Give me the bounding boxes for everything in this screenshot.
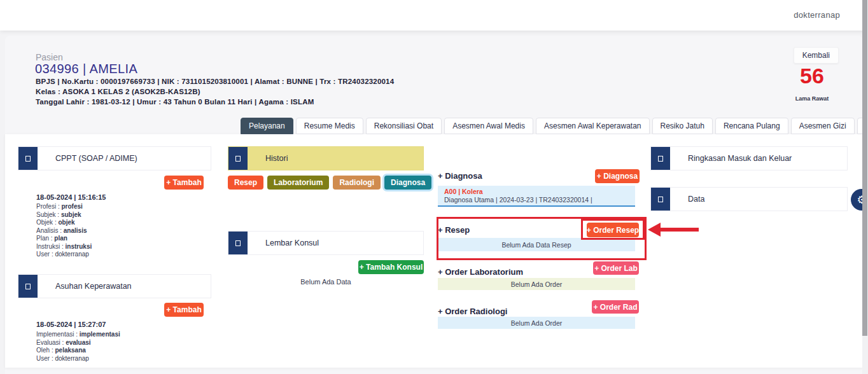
asuhan-card-title: Asuhan Keperawatan [38, 275, 132, 298]
asuhan-field: Evaluasievaluasi [36, 339, 91, 346]
resep-empty-text: Belum Ada Data Resep [438, 238, 635, 251]
asuhan-field: Olehpelaksana [36, 347, 86, 354]
order-resep-button[interactable]: + Order Resep [587, 223, 639, 237]
asuhan-field: Userdokterranap [36, 355, 89, 362]
histori-button-row: Resep Laboratorium Radiologi Diagnosa [228, 176, 431, 190]
asuhan-field: Implementasiimplementasi [36, 331, 120, 338]
histori-diagnosa-button[interactable]: Diagnosa [384, 176, 431, 190]
cppt-field: Analisisanalisis [36, 227, 87, 234]
cppt-add-button[interactable]: + Tambah [164, 176, 204, 190]
patient-info-line-2: Kelas : ASOKA 1 KELAS 2 (ASOK2B-KAS12B) [36, 88, 200, 95]
top-bar: dokterranap [0, 0, 868, 31]
length-of-stay-value: 56 [793, 64, 831, 88]
data-card[interactable]: Data [650, 187, 848, 211]
main-panel: CPPT (SOAP / ADIME) + Tambah 18-05-2024 … [5, 134, 863, 368]
patient-section-label: Pasien [36, 52, 63, 62]
cppt-field: Userdokterranap [36, 251, 89, 258]
patient-info-line-1: BPJS | No.Kartu : 0000197669733 | NIK : … [36, 78, 394, 85]
logged-in-user-label[interactable]: dokterranap [794, 10, 840, 20]
asuhan-keperawatan-card[interactable]: Asuhan Keperawatan [18, 274, 211, 298]
histori-radiologi-button[interactable]: Radiologi [333, 176, 381, 190]
patient-info-line-3: Tanggal Lahir : 1981-03-12 | Umur : 43 T… [36, 98, 314, 106]
histori-card[interactable]: Histori [228, 146, 424, 170]
lembar-konsul-card[interactable]: Lembar Konsul [228, 231, 424, 255]
order-rad-button[interactable]: + Order Rad [592, 300, 639, 314]
cppt-field: Subjeksubjek [36, 211, 81, 218]
cppt-card-title: CPPT (SOAP / ADIME) [38, 147, 137, 170]
scrollbar-track[interactable] [862, 0, 868, 374]
tab-asesmen-awal-medis[interactable]: Asesmen Awal Medis [444, 118, 533, 134]
patient-name: 034996 | AMELIA [35, 62, 137, 76]
cppt-field: Instruksiinstruksi [36, 243, 92, 250]
cppt-card[interactable]: CPPT (SOAP / ADIME) [18, 146, 211, 170]
annotation-arrow-shaft [659, 228, 699, 232]
konsul-add-button[interactable]: + Tambah Konsul [358, 260, 424, 274]
data-card-title: Data [670, 188, 704, 211]
ringkasan-card-title: Ringkasan Masuk dan Keluar [670, 147, 792, 170]
diagnosa-heading[interactable]: + Diagnosa [438, 171, 482, 181]
tab-resume-medis[interactable]: Resume Medis [296, 118, 363, 134]
back-button[interactable]: Kembali [794, 47, 839, 64]
konsul-empty-text: Belum Ada Data [228, 278, 424, 286]
histori-card-title: Histori [248, 147, 288, 170]
diagnosa-add-button[interactable]: + Diagnosa [595, 169, 640, 183]
ringkasan-card[interactable]: Ringkasan Masuk dan Keluar [650, 146, 848, 170]
square-icon [18, 275, 38, 298]
square-icon [228, 232, 248, 254]
konsul-card-title: Lembar Konsul [248, 232, 319, 254]
order-rad-heading[interactable]: + Order Radiologi [438, 307, 507, 316]
length-of-stay-label: Lama Rawat [789, 95, 835, 102]
tab-pelayanan[interactable]: Pelayanan [241, 118, 293, 134]
square-icon [651, 188, 670, 211]
order-lab-button[interactable]: + Order Lab [593, 261, 639, 275]
tab-rencana-pulang[interactable]: Rencana Pulang [715, 118, 788, 134]
order-rad-empty-text: Belum Ada Order [438, 317, 635, 329]
order-lab-empty-text: Belum Ada Order [438, 278, 635, 290]
tab-rekonsiliasi-obat[interactable]: Rekonsiliasi Obat [366, 118, 442, 134]
asuhan-entry-datetime: 18-05-2024 | 15:27:07 [36, 321, 106, 328]
cppt-field: Profesiprofesi [36, 203, 83, 210]
histori-resep-button[interactable]: Resep [228, 176, 263, 190]
histori-laboratorium-button[interactable]: Laboratorium [267, 176, 329, 190]
diagnosa-entry-title: A00 | Kolera [444, 188, 629, 195]
resep-heading[interactable]: + Resep [438, 225, 470, 235]
tab-asesmen-gizi[interactable]: Asesmen Gizi [791, 118, 855, 134]
cppt-field: Objekobjek [36, 219, 75, 226]
square-icon [18, 147, 38, 170]
cppt-entry-datetime: 18-05-2024 | 15:16:15 [36, 193, 106, 201]
diagnosa-entry-detail: Diagnosa Utama | 2024-03-23 | TR24032320… [444, 196, 629, 204]
diagnosa-entry: A00 | Kolera Diagnosa Utama | 2024-03-23… [438, 186, 635, 207]
annotation-arrow-left-icon [648, 223, 661, 237]
cppt-field: Planplan [36, 235, 67, 242]
square-icon [651, 147, 670, 170]
tab-resiko-jatuh[interactable]: Resiko Jatuh [652, 118, 713, 134]
scrollbar-thumb[interactable] [862, 0, 867, 336]
asuhan-add-button[interactable]: + Tambah [164, 303, 204, 317]
square-icon [228, 147, 248, 170]
tab-bar: Pelayanan Resume Medis Rekonsiliasi Obat… [241, 118, 868, 134]
tab-asesmen-awal-keperawatan[interactable]: Asesmen Awal Keperawatan [536, 118, 650, 134]
order-lab-heading[interactable]: + Order Laboratorium [438, 267, 523, 277]
